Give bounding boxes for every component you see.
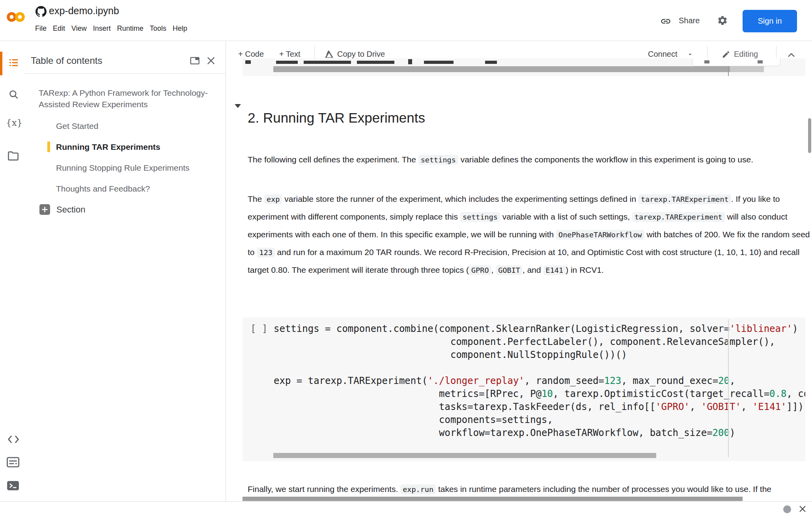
menu-bar: FileEditViewInsertRuntimeToolsHelp xyxy=(35,24,187,33)
toc-item[interactable]: Get Started xyxy=(24,120,223,132)
page-horizontal-scrollbar-thumb[interactable] xyxy=(243,497,743,501)
clipped-text-fragment xyxy=(357,61,394,64)
inline-code: OnePhaseTARWorkflow xyxy=(556,230,644,240)
bottom-bar xyxy=(0,501,812,516)
open-in-tab-icon[interactable] xyxy=(189,55,200,66)
close-panel-icon[interactable] xyxy=(206,56,216,66)
text-run: variable defines the components the work… xyxy=(458,155,753,164)
command-palette-icon[interactable] xyxy=(6,456,20,468)
heading-collapse-icon[interactable] xyxy=(235,104,241,108)
inline-code: tarexp.TARExperiment xyxy=(638,194,731,204)
clipped-text-fragment xyxy=(276,61,298,64)
editing-label: Editing xyxy=(734,50,758,59)
code-line[interactable]: workflow=tarexp.OnePhaseTARWorkflow, bat… xyxy=(274,427,805,440)
gear-icon[interactable] xyxy=(717,15,728,26)
toc-item-label: Get Started xyxy=(56,121,98,130)
code-line[interactable]: tasks=tarexp.TaskFeeder(ds, rel_info[['G… xyxy=(274,401,805,414)
notebook-content: + Code + Text Copy to Drive Connect xyxy=(226,41,812,501)
code-line[interactable] xyxy=(274,361,805,374)
markdown-paragraph: The exp variable store the runner of the… xyxy=(248,190,810,279)
app-header: exp-demo.ipynb FileEditViewInsertRuntime… xyxy=(0,0,812,41)
toc-item[interactable]: TARexp: A Python Framework for Technolog… xyxy=(24,87,223,110)
divider xyxy=(24,73,226,74)
inline-code: settings xyxy=(460,212,500,222)
code-cell: [ ] settings = component.combine(compone… xyxy=(243,317,805,461)
github-icon[interactable] xyxy=(35,6,47,17)
page-vertical-scrollbar-thumb[interactable] xyxy=(808,118,811,153)
menu-insert[interactable]: Insert xyxy=(93,24,111,33)
status-dot-icon xyxy=(783,505,791,513)
clipped-icon-fragment xyxy=(704,60,709,63)
inline-code: tarexp.TARExperiment xyxy=(632,212,725,222)
copy-to-drive-button[interactable]: Copy to Drive xyxy=(325,50,385,59)
add-section-label: Section xyxy=(56,205,85,215)
horizontal-scrollbar-thumb[interactable] xyxy=(273,66,730,72)
toc-panel: Table of contents TARexp: A Python Frame… xyxy=(24,41,226,501)
editing-mode-button[interactable]: Editing xyxy=(722,50,758,59)
code-line[interactable]: metrics=[RPrec, P@10, tarexp.OptimisticC… xyxy=(274,387,805,401)
markdown-paragraph: The following cell defines the experimen… xyxy=(248,151,810,169)
connect-button[interactable]: Connect xyxy=(648,50,694,59)
code-editor[interactable]: settings = component.combine(component.S… xyxy=(274,322,805,440)
clipped-text-fragment xyxy=(304,61,351,64)
code-line[interactable]: settings = component.combine(component.S… xyxy=(274,322,805,335)
inline-code: GPRO xyxy=(469,265,491,275)
section-heading: 2. Running TAR Experiments xyxy=(248,110,425,126)
cell-run-gutter[interactable]: [ ] xyxy=(250,323,267,334)
code-line[interactable]: exp = tarexp.TARExperiment('./longer_rep… xyxy=(274,374,805,387)
menu-edit[interactable]: Edit xyxy=(53,24,65,33)
copy-to-drive-label: Copy to Drive xyxy=(337,50,385,59)
terminal-icon[interactable] xyxy=(7,480,19,491)
menu-runtime[interactable]: Runtime xyxy=(117,24,144,33)
inline-code: E141 xyxy=(543,265,566,275)
horizontal-scrollbar-thumb[interactable] xyxy=(273,453,656,458)
toc-item-label: TARexp: A Python Framework for Technolog… xyxy=(39,88,208,109)
inline-code: exp xyxy=(264,194,282,204)
files-icon[interactable] xyxy=(7,151,19,161)
code-line[interactable]: components=settings, xyxy=(274,414,805,427)
search-icon[interactable] xyxy=(8,89,19,100)
text-run: , xyxy=(491,265,496,274)
text-run: , and xyxy=(523,265,543,274)
colab-logo-icon[interactable] xyxy=(6,10,25,24)
inline-code: exp.run xyxy=(400,484,436,494)
menu-view[interactable]: View xyxy=(71,24,87,33)
inline-code: settings xyxy=(418,155,458,165)
partial-code-cell[interactable] xyxy=(243,58,805,76)
table-of-contents-icon[interactable] xyxy=(7,57,19,69)
toc-item[interactable]: Running Stopping Rule Experiments xyxy=(24,162,223,173)
text-run: The following cell defines the experimen… xyxy=(248,155,418,164)
code-snippets-icon[interactable] xyxy=(7,434,20,445)
close-bottom-bar-icon[interactable] xyxy=(798,505,807,513)
menu-file[interactable]: File xyxy=(35,24,47,33)
link-icon[interactable] xyxy=(660,16,671,27)
add-section-row[interactable]: Section xyxy=(39,204,85,215)
active-rail-indicator xyxy=(0,52,2,75)
edit-pencil-icon xyxy=(722,50,730,59)
inline-code: GOBIT xyxy=(496,265,523,275)
add-code-button[interactable]: + Code xyxy=(238,50,264,59)
toc-item-label: Running Stopping Rule Experiments xyxy=(56,163,190,172)
code-line[interactable]: component.NullStoppingRule())() xyxy=(274,348,805,361)
toc-item[interactable]: Running TAR Experiments xyxy=(24,141,223,153)
clipped-text-fragment xyxy=(424,61,454,64)
notebook-filename[interactable]: exp-demo.ipynb xyxy=(49,5,119,17)
sidebar: {x} Table xyxy=(0,41,226,501)
add-text-button[interactable]: + Text xyxy=(279,50,301,59)
menu-tools[interactable]: Tools xyxy=(150,24,166,33)
add-section-icon xyxy=(39,204,50,215)
variables-icon[interactable]: {x} xyxy=(6,117,22,128)
clipped-icon-fragment xyxy=(758,60,763,63)
toc-item[interactable]: Thoughts and Feedback? xyxy=(24,183,223,194)
sign-in-button[interactable]: Sign in xyxy=(743,10,797,32)
menu-help[interactable]: Help xyxy=(173,24,187,33)
toc-item-label: Thoughts and Feedback? xyxy=(56,184,150,193)
toc-active-indicator xyxy=(47,142,50,152)
toc-list: TARexp: A Python Framework for Technolog… xyxy=(24,87,223,204)
clipped-text-fragment xyxy=(245,60,251,64)
toc-panel-title: Table of contents xyxy=(31,55,102,66)
code-line[interactable]: component.PerfectLabeler(), component.Re… xyxy=(274,335,805,348)
share-button[interactable]: Share xyxy=(679,16,700,25)
toc-item-label: Running TAR Experiments xyxy=(56,142,160,151)
cell-toolbar-remnant xyxy=(692,58,780,66)
